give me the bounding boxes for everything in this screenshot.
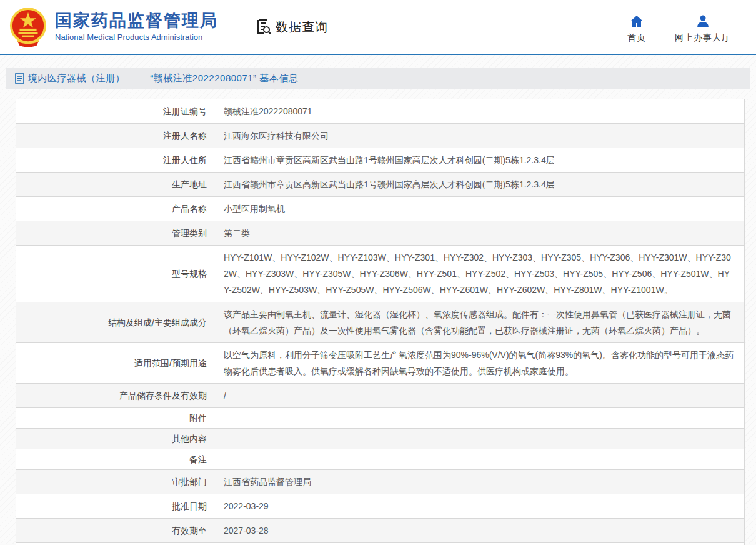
home-icon [629, 14, 644, 29]
row-value: 以空气为原料，利用分子筛变压吸附工艺生产氧浓度范围为90%-96%(V/V)的氧… [216, 343, 744, 383]
row-label: 产品名称 [16, 197, 216, 221]
row-label: 有效期至 [16, 519, 216, 542]
row-label: 注册人名称 [16, 124, 216, 148]
row-label: 管理类别 [16, 221, 216, 245]
row-label: 批准日期 [16, 494, 216, 518]
row-value: 赣械注准20222080071 [216, 99, 744, 123]
row-value [216, 408, 744, 428]
page-title: 境内医疗器械（注册） —— “赣械注准20222080071” 基本信息 [28, 72, 298, 84]
row-value: 江西海尔医疗科技有限公司 [216, 124, 744, 148]
row-label: 审批部门 [16, 470, 216, 494]
table-row: 有效期至2027-03-28 [16, 518, 744, 542]
row-value-text: 第二类 [224, 225, 250, 241]
header-nav: 首页 网上办事大厅 [627, 10, 731, 44]
row-label: 注册人住所 [16, 148, 216, 172]
row-value: HYY-Z101W、HYY-Z102W、HYY-Z103W、HYY-Z301、H… [216, 246, 744, 302]
row-value: 2027-03-28 [216, 519, 744, 542]
row-label-text: 其他内容 [172, 432, 207, 445]
row-label-text: 产品名称 [172, 202, 207, 215]
row-label: 注册证编号 [16, 99, 216, 123]
row-label-text: 批准日期 [172, 500, 207, 512]
row-value-text: 江西省赣州市章贡区高新区武当山路1号赣州国家高层次人才科创园(二期)5栋1.2.… [224, 176, 555, 192]
row-label-text: 型号规格 [172, 268, 207, 280]
table-row: 其他内容 [16, 428, 744, 449]
row-label-text: 注册人住所 [163, 154, 207, 166]
org-name-zh: 国家药品监督管理局 [55, 11, 218, 31]
table-row: 审批部门江西省药品监督管理局 [16, 469, 744, 494]
table-row: 注册人名称江西海尔医疗科技有限公司 [16, 123, 744, 148]
row-label-text: 备注 [189, 453, 207, 466]
row-label: 结构及组成/主要组成成分 [16, 302, 216, 342]
row-label: 备注 [16, 449, 216, 469]
table-row: 变更情况 [16, 542, 744, 545]
row-value [216, 429, 744, 449]
row-label-text: 附件 [189, 412, 207, 424]
nav-label-home: 首页 [627, 32, 646, 44]
row-label-text: 审批部门 [172, 476, 207, 488]
row-value: 2022-03-29 [216, 494, 744, 518]
row-value-text: HYY-Z101W、HYY-Z102W、HYY-Z103W、HYY-Z301、H… [224, 249, 734, 298]
breadcrumb-title-bar: 境内医疗器械（注册） —— “赣械注准20222080071” 基本信息 [6, 68, 750, 89]
document-icon [15, 73, 24, 84]
document-search-icon [256, 19, 272, 35]
row-value: 江西省赣州市章贡区高新区武当山路1号赣州国家高层次人才科创园(二期)5栋1.2.… [216, 172, 744, 196]
nmpa-logo: 国家药品监督管理局 National Medical Products Admi… [9, 7, 218, 47]
national-emblem-icon [9, 7, 47, 47]
row-value-text: 江西省赣州市章贡区高新区武当山路1号赣州国家高层次人才科创园(二期)5栋1.2.… [224, 152, 555, 168]
row-label-text: 适用范围/预期用途 [134, 357, 207, 369]
row-label-text: 注册人名称 [163, 129, 207, 142]
row-label: 生产地址 [16, 172, 216, 196]
row-value [216, 449, 744, 469]
row-value-text: 赣械注准20222080071 [224, 103, 312, 119]
nav-item-home[interactable]: 首页 [627, 10, 646, 44]
row-value: 该产品主要由制氧主机、流量计、湿化器（湿化杯）、氧浓度传感器组成。配件有：一次性… [216, 302, 744, 342]
row-label-text: 管理类别 [172, 227, 207, 239]
table-row: 注册人住所江西省赣州市章贡区高新区武当山路1号赣州国家高层次人才科创园(二期)5… [16, 148, 744, 172]
row-value-text: 2027-03-28 [224, 522, 269, 539]
org-name-en: National Medical Products Administration [55, 32, 218, 43]
table-row: 产品名称小型医用制氧机 [16, 196, 744, 221]
nav-label-online-hall: 网上办事大厅 [675, 32, 731, 44]
table-row: 管理类别第二类 [16, 221, 744, 245]
table-row: 产品储存条件及有效期/ [16, 383, 744, 408]
row-label-text: 结构及组成/主要组成成分 [108, 316, 207, 329]
row-value: 小型医用制氧机 [216, 197, 744, 221]
table-row: 备注 [16, 449, 744, 469]
table-row: 型号规格HYY-Z101W、HYY-Z102W、HYY-Z103W、HYY-Z3… [16, 245, 744, 302]
data-query-button[interactable]: 数据查询 [256, 19, 328, 36]
row-value-text: 江西省药品监督管理局 [224, 474, 311, 490]
row-value: 江西省药品监督管理局 [216, 470, 744, 494]
page-header: 国家药品监督管理局 National Medical Products Admi… [0, 0, 756, 55]
row-value: 第二类 [216, 221, 744, 245]
row-label-text: 生产地址 [172, 178, 207, 191]
user-icon [695, 14, 710, 29]
nav-item-online-hall[interactable]: 网上办事大厅 [675, 10, 731, 44]
row-value-text: 江西海尔医疗科技有限公司 [224, 128, 329, 144]
row-label: 附件 [16, 408, 216, 428]
row-label-text: 注册证编号 [163, 105, 207, 118]
data-query-label: 数据查询 [276, 19, 328, 36]
table-row: 附件 [16, 408, 744, 428]
row-value: / [216, 384, 744, 408]
page-content: 境内医疗器械（注册） —— “赣械注准20222080071” 基本信息 注册证… [0, 55, 756, 544]
row-value-text: 小型医用制氧机 [224, 201, 285, 217]
row-value: 江西省赣州市章贡区高新区武当山路1号赣州国家高层次人才科创园(二期)5栋1.2.… [216, 148, 744, 172]
table-row: 结构及组成/主要组成成分该产品主要由制氧主机、流量计、湿化器（湿化杯）、氧浓度传… [16, 302, 744, 342]
row-label-text: 产品储存条件及有效期 [119, 389, 207, 402]
row-value-text: / [224, 388, 226, 404]
row-label: 型号规格 [16, 246, 216, 302]
row-value-text: 该产品主要由制氧主机、流量计、湿化器（湿化杯）、氧浓度传感器组成。配件有：一次性… [224, 306, 734, 339]
table-row: 注册证编号赣械注准20222080071 [16, 99, 744, 123]
row-label: 产品储存条件及有效期 [16, 384, 216, 408]
row-label-text: 有效期至 [172, 524, 207, 537]
registration-info-table: 注册证编号赣械注准20222080071注册人名称江西海尔医疗科技有限公司注册人… [16, 99, 745, 545]
row-value-text: 以空气为原料，利用分子筛变压吸附工艺生产氧浓度范围为90%-96%(V/V)的氧… [224, 347, 734, 379]
row-label: 适用范围/预期用途 [16, 343, 216, 383]
row-value-text: 2022-03-29 [224, 498, 269, 514]
table-row: 适用范围/预期用途以空气为原料，利用分子筛变压吸附工艺生产氧浓度范围为90%-9… [16, 342, 744, 383]
table-row: 生产地址江西省赣州市章贡区高新区武当山路1号赣州国家高层次人才科创园(二期)5栋… [16, 172, 744, 196]
row-label: 其他内容 [16, 429, 216, 449]
table-row: 批准日期2022-03-29 [16, 494, 744, 518]
